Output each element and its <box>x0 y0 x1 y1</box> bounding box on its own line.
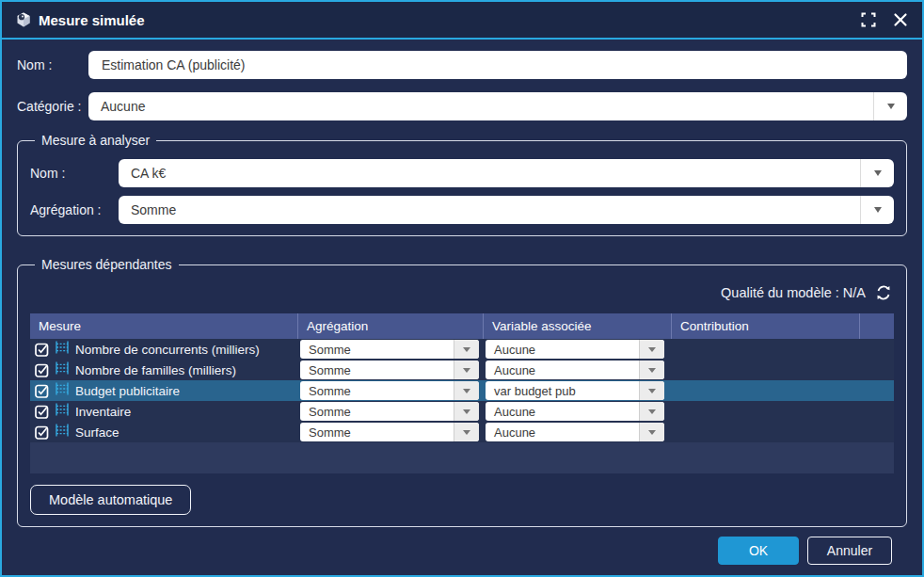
chevron-down-icon <box>454 423 479 441</box>
table-row[interactable]: Nombre de familles (milliers) Somme Aucu… <box>30 360 894 380</box>
row-checkbox[interactable] <box>35 384 49 398</box>
measure-aggregation-row: Agrégation : Somme <box>30 196 894 224</box>
measure-aggregation-select[interactable]: Somme <box>119 196 894 224</box>
column-header-contribution: Contribution <box>672 313 860 339</box>
measure-name: Nombre de concurrents (milliers) <box>75 343 260 357</box>
close-icon[interactable] <box>892 11 909 28</box>
chevron-down-icon <box>454 402 479 421</box>
category-label: Catégorie : <box>17 99 88 114</box>
maximize-icon[interactable] <box>860 11 877 28</box>
cancel-button[interactable]: Annuler <box>807 537 892 565</box>
row-checkbox[interactable] <box>35 363 49 377</box>
row-aggregation-select[interactable]: Somme <box>300 340 479 359</box>
titlebar: Mesure simulée <box>2 2 922 40</box>
chevron-down-icon <box>639 381 664 400</box>
chevron-down-icon <box>860 196 894 224</box>
category-row: Catégorie : Aucune <box>17 92 907 120</box>
row-variable-select[interactable]: Aucune <box>486 361 664 379</box>
row-aggregation-select[interactable]: Somme <box>300 423 479 441</box>
measure-abacus-icon <box>55 361 70 379</box>
measure-name: Inventaire <box>75 405 131 419</box>
contribution-cell <box>672 401 860 422</box>
row-variable-select[interactable]: Aucune <box>486 402 664 421</box>
measure-name-value: CA k€ <box>119 159 860 187</box>
chevron-down-icon <box>639 402 664 421</box>
column-header-spacer <box>860 313 894 339</box>
simulated-measure-dialog: Mesure simulée Nom : Catégorie : Aucune <box>0 0 924 577</box>
chevron-down-icon <box>873 92 907 120</box>
category-select[interactable]: Aucune <box>88 92 907 120</box>
app-logo-icon <box>15 11 32 28</box>
contribution-cell <box>672 380 860 401</box>
column-header-measure: Mesure <box>30 313 298 339</box>
chevron-down-icon <box>454 340 479 359</box>
measure-name: Budget publicitaire <box>75 384 180 398</box>
contribution-cell <box>672 339 860 360</box>
measure-to-analyze-section: Mesure à analyser Nom : CA k€ Agrégation… <box>17 133 907 236</box>
dependent-measures-table: Mesure Agrégation Variable associée Cont… <box>30 313 894 473</box>
refresh-icon[interactable] <box>875 284 892 301</box>
measure-name-label: Nom : <box>30 166 119 181</box>
contribution-cell <box>672 360 860 380</box>
chevron-down-icon <box>454 361 479 379</box>
table-row[interactable]: Inventaire Somme Aucune <box>30 401 894 422</box>
name-row: Nom : <box>17 51 907 79</box>
column-header-aggregation: Agrégation <box>298 313 484 339</box>
table-header: Mesure Agrégation Variable associée Cont… <box>30 313 894 339</box>
chevron-down-icon <box>639 340 664 359</box>
row-aggregation-select[interactable]: Somme <box>300 361 479 379</box>
chevron-down-icon <box>639 361 664 379</box>
row-checkbox[interactable] <box>35 405 49 419</box>
dialog-footer: OK Annuler <box>17 529 907 572</box>
row-variable-select[interactable]: Aucune <box>486 340 664 359</box>
measure-name: Surface <box>75 425 119 440</box>
dependent-section-legend: Mesures dépendantes <box>35 257 179 272</box>
measure-abacus-icon <box>55 340 70 359</box>
table-row-selected[interactable]: Budget publicitaire Somme var budget pub <box>30 380 894 401</box>
row-variable-select[interactable]: var budget pub <box>486 381 664 400</box>
row-aggregation-select[interactable]: Somme <box>300 402 479 421</box>
row-variable-select[interactable]: Aucune <box>486 423 664 441</box>
table-body: Nombre de concurrents (milliers) Somme A… <box>30 339 894 473</box>
dependent-measures-section: Mesures dépendantes Qualité du modèle : … <box>17 257 907 527</box>
category-value: Aucune <box>88 92 873 120</box>
measure-abacus-icon <box>55 381 70 400</box>
name-input[interactable] <box>88 51 907 79</box>
measure-abacus-icon <box>55 402 70 421</box>
chevron-down-icon <box>639 423 664 441</box>
row-checkbox[interactable] <box>35 425 49 440</box>
measure-name: Nombre de familles (milliers) <box>75 363 236 377</box>
chevron-down-icon <box>860 159 894 187</box>
column-header-variable: Variable associée <box>484 313 672 339</box>
measure-abacus-icon <box>55 423 70 441</box>
dialog-body: Nom : Catégorie : Aucune Mesure à analys… <box>2 40 922 575</box>
model-quality-row: Qualité du modèle : N/A <box>30 284 894 301</box>
measure-aggregation-label: Agrégation : <box>30 202 119 217</box>
ok-button[interactable]: OK <box>718 537 799 565</box>
measure-name-row: Nom : CA k€ <box>30 159 894 187</box>
chevron-down-icon <box>454 381 479 400</box>
row-aggregation-select[interactable]: Somme <box>300 381 479 400</box>
auto-model-button[interactable]: Modèle automatique <box>30 485 191 515</box>
contribution-cell <box>672 422 860 442</box>
dialog-title: Mesure simulée <box>39 12 860 28</box>
measure-aggregation-value: Somme <box>119 196 860 224</box>
measure-name-select[interactable]: CA k€ <box>119 159 894 187</box>
table-row[interactable]: Surface Somme Aucune <box>30 422 894 442</box>
measure-section-legend: Mesure à analyser <box>35 133 156 148</box>
name-label: Nom : <box>17 57 88 72</box>
model-quality-label: Qualité du modèle : N/A <box>721 285 866 300</box>
table-row[interactable]: Nombre de concurrents (milliers) Somme A… <box>30 339 894 360</box>
row-checkbox[interactable] <box>35 343 49 357</box>
